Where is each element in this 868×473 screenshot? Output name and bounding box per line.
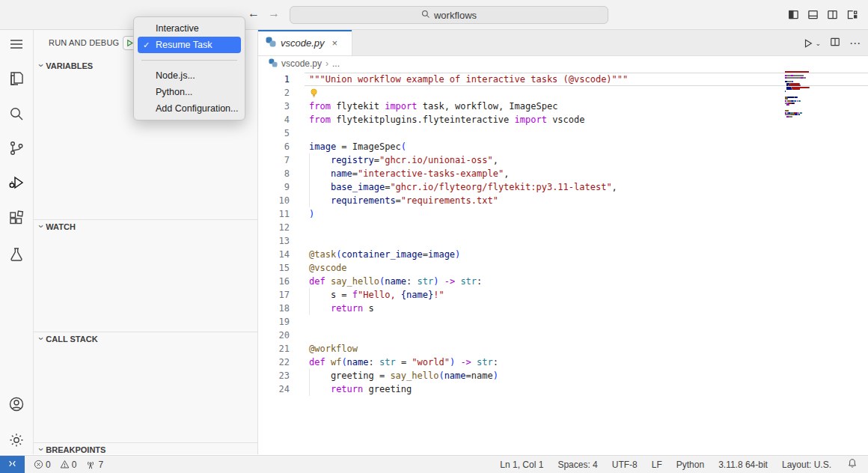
code-line-9[interactable]: 9 base_image="ghcr.io/flyteorg/flytekit:… — [258, 180, 868, 194]
close-tab-icon[interactable]: × — [332, 37, 338, 49]
code-line-22[interactable]: 22def wf(name: str = "world") -> str: — [258, 355, 868, 369]
code-line-4[interactable]: 4from flytekitplugins.flyteinteractive i… — [258, 113, 868, 126]
status-keyboard-layout[interactable]: Layout: U.S. — [782, 460, 831, 470]
line-number[interactable]: 18 — [258, 302, 290, 315]
remote-indicator[interactable] — [0, 456, 25, 473]
code-editor[interactable]: 1"""Union workflow example of interactiv… — [258, 71, 868, 454]
status-language-mode[interactable]: Python — [676, 460, 704, 470]
activity-menu-button[interactable] — [0, 34, 33, 55]
forward-arrow-icon[interactable]: → — [268, 7, 280, 20]
activity-extensions[interactable] — [0, 208, 33, 229]
status-indentation[interactable]: Spaces: 4 — [557, 460, 597, 470]
code-line-2[interactable]: 2 — [258, 86, 868, 100]
section-breakpoints[interactable]: › BREAKPOINTS — [40, 444, 106, 455]
forwarded-ports[interactable]: 7 — [85, 460, 103, 470]
activity-search[interactable] — [0, 103, 33, 124]
split-editor-icon[interactable] — [830, 37, 840, 50]
code-line-10[interactable]: 10 requirements="requirements.txt" — [258, 194, 868, 207]
line-number[interactable]: 23 — [258, 369, 290, 382]
code-line-17[interactable]: 17 s = f"Hello, {name}!" — [258, 288, 868, 302]
more-actions-icon[interactable]: ⋯ — [849, 37, 861, 50]
extensions-icon — [7, 210, 25, 228]
code-line-20[interactable]: 20 — [258, 329, 868, 342]
code-line-19[interactable]: 19 — [258, 315, 868, 329]
code-line-7[interactable]: 7 registry="ghcr.io/unionai-oss", — [258, 153, 868, 167]
line-number[interactable]: 22 — [258, 355, 290, 369]
status-cursor-position[interactable]: Ln 1, Col 1 — [500, 460, 543, 470]
problems-warnings[interactable]: 0 — [60, 460, 77, 470]
tab-vscode-py[interactable]: vscode.py × — [258, 30, 352, 55]
toggle-primary-sidebar-icon[interactable] — [788, 9, 799, 20]
code-line-14[interactable]: 14@task(container_image=image) — [258, 248, 868, 261]
statusbar-right: Ln 1, Col 1Spaces: 4UTF-8LFPython3.11.8 … — [500, 458, 858, 471]
menu-item-resume-task[interactable]: ✓Resume Task — [138, 37, 241, 53]
code-line-3[interactable]: 3from flytekit import task, workflow, Im… — [258, 100, 868, 113]
line-number[interactable]: 2 — [258, 86, 290, 100]
menu-item-node-js[interactable]: Node.js... — [138, 67, 241, 84]
line-number[interactable]: 8 — [258, 167, 290, 180]
status-python-interpreter[interactable]: 3.11.8 64-bit — [718, 460, 768, 470]
line-number[interactable]: 15 — [258, 261, 290, 275]
menu-item-label: Resume Task — [156, 40, 213, 50]
toggle-panel-icon[interactable] — [807, 9, 819, 20]
run-python-file-button[interactable]: ⌄ — [803, 38, 821, 49]
line-number[interactable]: 14 — [258, 248, 290, 261]
code-line-21[interactable]: 21@workflow — [258, 342, 868, 355]
minimap-line — [785, 71, 809, 73]
line-number[interactable]: 4 — [258, 113, 290, 126]
line-number[interactable]: 5 — [258, 126, 290, 140]
activity-run-and-debug[interactable] — [0, 172, 33, 193]
notifications-bell-icon[interactable] — [847, 458, 858, 471]
line-content: @vscode — [309, 261, 347, 275]
activity-testing[interactable] — [0, 244, 33, 265]
code-line-13[interactable]: 13 — [258, 234, 868, 248]
code-line-16[interactable]: 16def say_hello(name: str) -> str: — [258, 275, 868, 288]
line-number[interactable]: 13 — [258, 234, 290, 248]
section-variables[interactable]: › VARIABLES — [40, 60, 93, 71]
activity-account[interactable] — [0, 394, 33, 415]
toggle-secondary-sidebar-icon[interactable] — [827, 9, 838, 20]
line-number[interactable]: 21 — [258, 342, 290, 355]
line-number[interactable]: 24 — [258, 382, 290, 396]
code-line-12[interactable]: 12 — [258, 221, 868, 234]
problems-errors[interactable]: 0 — [34, 460, 51, 470]
line-number[interactable]: 9 — [258, 180, 290, 194]
line-number[interactable]: 3 — [258, 100, 290, 113]
command-center-search[interactable]: workflows — [290, 6, 608, 24]
menu-item-interactive-debugging[interactable]: Interactive Debugging — [138, 20, 241, 37]
code-line-23[interactable]: 23 greeting = say_hello(name=name) — [258, 369, 868, 382]
status-eol[interactable]: LF — [652, 460, 662, 470]
activity-settings[interactable] — [0, 430, 33, 451]
line-number[interactable]: 12 — [258, 221, 290, 234]
customize-layout-icon[interactable] — [846, 9, 858, 20]
status-encoding[interactable]: UTF-8 — [612, 460, 638, 470]
breadcrumb-file[interactable]: vscode.py — [281, 58, 322, 69]
code-line-5[interactable]: 5 — [258, 126, 868, 140]
line-number[interactable]: 19 — [258, 315, 290, 329]
activity-explorer[interactable] — [0, 68, 33, 89]
line-number[interactable]: 7 — [258, 153, 290, 167]
activity-source-control[interactable] — [0, 138, 33, 159]
line-number[interactable]: 20 — [258, 329, 290, 342]
code-line-15[interactable]: 15@vscode — [258, 261, 868, 275]
menu-item-add-configuration[interactable]: Add Configuration... — [138, 100, 241, 117]
line-number[interactable]: 16 — [258, 275, 290, 288]
section-watch[interactable]: › WATCH — [40, 221, 76, 232]
menu-item-python[interactable]: Python... — [138, 84, 241, 100]
code-line-11[interactable]: 11) — [258, 207, 868, 221]
line-number[interactable]: 6 — [258, 140, 290, 153]
code-line-6[interactable]: 6image = ImageSpec( — [258, 140, 868, 153]
line-content: return s — [309, 302, 374, 315]
code-line-1[interactable]: 1"""Union workflow example of interactiv… — [258, 73, 868, 86]
code-line-24[interactable]: 24 return greeting — [258, 382, 868, 396]
breadcrumb-more[interactable]: ... — [332, 58, 340, 69]
line-number[interactable]: 1 — [258, 73, 290, 86]
line-number[interactable]: 10 — [258, 194, 290, 207]
line-number[interactable]: 17 — [258, 288, 290, 302]
back-arrow-icon[interactable]: ← — [248, 7, 260, 20]
line-number[interactable]: 11 — [258, 207, 290, 221]
code-line-8[interactable]: 8 name="interactive-tasks-example", — [258, 167, 868, 180]
code-line-18[interactable]: 18 return s — [258, 302, 868, 315]
line-content: image = ImageSpec( — [309, 140, 406, 153]
section-call-stack[interactable]: › CALL STACK — [40, 333, 98, 344]
